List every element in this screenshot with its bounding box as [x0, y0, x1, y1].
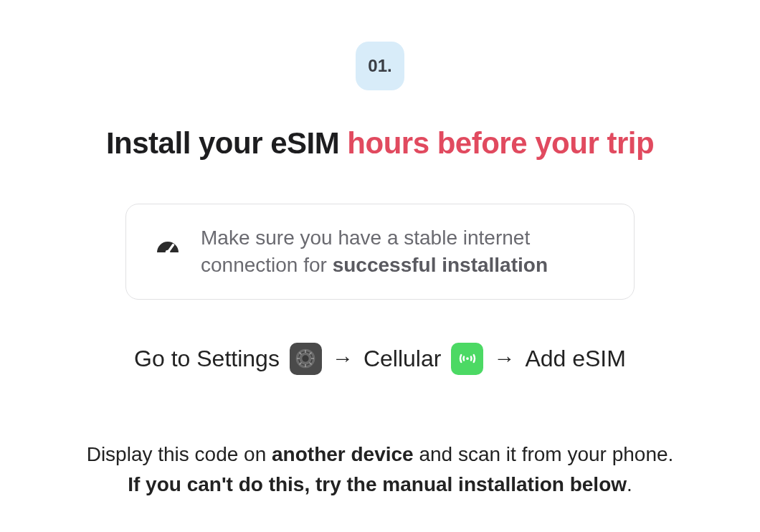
- svg-point-0: [166, 250, 171, 255]
- instr-l1a: Display this code on: [87, 443, 272, 465]
- arrow-right-icon: →: [493, 346, 515, 371]
- page-title: Install your eSIM hours before your trip: [106, 126, 654, 161]
- instr-period: .: [627, 473, 632, 495]
- instr-l1b: another device: [272, 443, 414, 465]
- title-part1: Install your eSIM: [106, 126, 347, 160]
- svg-point-11: [303, 355, 309, 361]
- svg-point-12: [466, 357, 469, 360]
- instr-l2: If you can't do this, try the manual ins…: [128, 473, 627, 495]
- nav-cellular: Cellular: [364, 346, 441, 372]
- instr-l1c: and scan it from your phone.: [414, 443, 674, 465]
- settings-icon: [290, 343, 322, 375]
- tip-text: Make sure you have a stable internet con…: [201, 224, 605, 279]
- navigation-path: Go to Settings → Cellular → Add eSIM: [134, 343, 626, 375]
- title-accent: hours before your trip: [347, 126, 654, 160]
- nav-goto-settings: Go to Settings: [134, 346, 280, 372]
- speedometer-icon: [155, 237, 181, 266]
- cellular-icon: [451, 343, 483, 375]
- nav-add-esim: Add eSIM: [525, 346, 626, 372]
- scan-instruction: Display this code on another device and …: [87, 440, 674, 500]
- step-number-badge: 01.: [356, 42, 404, 90]
- tip-bold: successful installation: [333, 254, 548, 276]
- connection-tip-card: Make sure you have a stable internet con…: [125, 204, 635, 300]
- arrow-right-icon: →: [332, 346, 353, 371]
